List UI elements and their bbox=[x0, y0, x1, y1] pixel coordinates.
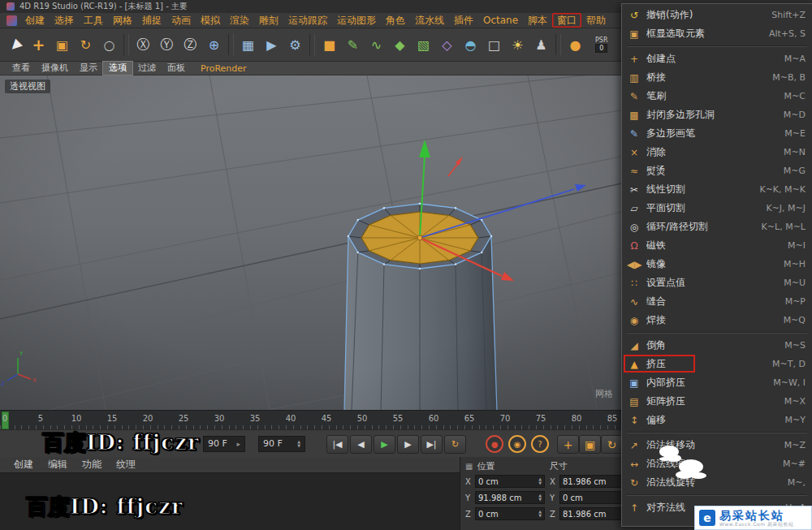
environment-objects[interactable]: ◓ bbox=[459, 32, 482, 57]
rotate-tool[interactable]: ↻ bbox=[74, 32, 97, 57]
y-axis-lock[interactable]: Ⓨ bbox=[155, 32, 179, 57]
render-active-view[interactable]: ▦ bbox=[236, 32, 260, 57]
loop-playback-button[interactable]: ↻ bbox=[444, 435, 466, 454]
context-item-polygon-pen[interactable]: ✎多边形画笔M~E bbox=[622, 124, 812, 143]
menu-item[interactable]: 创建 bbox=[20, 13, 50, 28]
autokey-button[interactable]: ◉ bbox=[508, 435, 526, 453]
modeling-objects[interactable]: ▧ bbox=[412, 32, 435, 57]
context-item-matrix-extrude[interactable]: ▤矩阵挤压M~X bbox=[622, 392, 812, 411]
context-item-normal-rotate[interactable]: ↻沿法线旋转M~, bbox=[622, 473, 812, 492]
menu-item[interactable]: 运动图形 bbox=[332, 13, 381, 28]
viewport-menu-item[interactable]: 查看 bbox=[6, 62, 36, 75]
menu-item[interactable]: 插件 bbox=[449, 13, 478, 28]
app-menu-icon[interactable] bbox=[6, 15, 17, 26]
spinner-icon[interactable]: ▲▼ bbox=[538, 477, 542, 485]
material-menu-item[interactable]: 编辑 bbox=[41, 458, 75, 472]
end-frame-field[interactable]: 90 F ▸ bbox=[203, 436, 245, 452]
context-item-stitch[interactable]: ∿缝合M~P bbox=[622, 292, 812, 311]
render-settings[interactable]: ⚙ bbox=[283, 32, 307, 57]
menu-item[interactable]: 模拟 bbox=[196, 13, 225, 28]
record-position-toggle[interactable]: + bbox=[557, 435, 579, 454]
material-ball[interactable]: ● bbox=[564, 32, 587, 57]
spinner-icon[interactable]: ▲▼ bbox=[538, 510, 542, 518]
move-tool[interactable]: + bbox=[27, 32, 50, 57]
coordinate-field[interactable]: 0 cm▲▼ bbox=[475, 475, 545, 488]
context-item-close-hole[interactable]: ▩封闭多边形孔洞M~D bbox=[622, 106, 812, 124]
menu-item[interactable]: 渲染 bbox=[225, 13, 254, 28]
material-menu-item[interactable]: 纹理 bbox=[109, 458, 143, 472]
camera-object[interactable]: □ bbox=[482, 32, 506, 57]
scale-tool[interactable]: ▣ bbox=[50, 32, 74, 57]
goto-end-button[interactable]: ▶| bbox=[421, 435, 443, 454]
material-menu-item[interactable]: 功能 bbox=[75, 458, 109, 472]
add-cube-object[interactable]: ■ bbox=[317, 32, 341, 57]
material-menu-item[interactable]: 创建 bbox=[6, 458, 41, 472]
context-item-iron[interactable]: ≈熨烫M~G bbox=[622, 162, 812, 180]
viewport-menu-item[interactable]: 显示 bbox=[74, 62, 103, 75]
menu-item[interactable]: 网格 bbox=[108, 13, 137, 28]
context-item-dissolve[interactable]: ×消除M~N bbox=[622, 143, 812, 162]
menu-item[interactable]: 流水线 bbox=[410, 13, 449, 28]
context-item-smooth-shift[interactable]: ↕偏移M~Y bbox=[622, 411, 812, 429]
coordinate-system[interactable]: ⊕ bbox=[202, 32, 226, 57]
record-keyframe-button[interactable]: ● bbox=[486, 435, 503, 453]
context-item-loop-cut[interactable]: ◎循环/路径切割K~L, M~L bbox=[622, 218, 812, 236]
context-item-undo[interactable]: ↺撤销(动作)Shift+Z bbox=[622, 6, 812, 24]
menu-item[interactable]: 捕捉 bbox=[137, 13, 166, 28]
context-item-bridge[interactable]: ▥桥接M~B, B bbox=[622, 68, 812, 87]
spinner-icon[interactable]: ▲▼ bbox=[538, 493, 542, 502]
spinner-icon[interactable]: ▲▼ bbox=[297, 440, 300, 448]
menu-item[interactable]: 角色 bbox=[381, 13, 410, 28]
viewport-menu-item[interactable]: 摄像机 bbox=[36, 62, 74, 75]
menu-item[interactable]: 雕刻 bbox=[254, 13, 283, 28]
timeline-ruler[interactable]: 0510152025303540455055606570758085 bbox=[0, 410, 621, 429]
spline-primitives[interactable]: ∿ bbox=[365, 32, 388, 57]
context-item-magnet[interactable]: Ω磁铁M~I bbox=[622, 236, 812, 255]
context-item-normal-move[interactable]: ↗沿法线移动M~Z bbox=[622, 436, 812, 455]
x-axis-lock[interactable]: Ⓧ bbox=[132, 32, 155, 57]
prorender-menu[interactable]: ProRender bbox=[201, 63, 247, 74]
keyframe-settings-button[interactable]: ? bbox=[531, 435, 549, 453]
viewport-menu-item[interactable]: 面板 bbox=[162, 62, 191, 75]
menu-item[interactable]: 动画 bbox=[166, 13, 196, 28]
psr-lock-indicator[interactable]: PSR0 bbox=[595, 37, 607, 53]
record-scale-toggle[interactable]: ▣ bbox=[579, 435, 601, 454]
pen-tool[interactable]: ✎ bbox=[341, 32, 365, 57]
menu-item[interactable]: 工具 bbox=[79, 13, 108, 28]
play-forward-button[interactable]: ▶ bbox=[374, 435, 395, 454]
end-frame-stepper[interactable]: 90 F ▲▼ bbox=[258, 436, 305, 452]
generators[interactable]: ◆ bbox=[388, 32, 412, 57]
menu-item[interactable]: 窗口 bbox=[552, 13, 581, 28]
menu-item[interactable]: 帮助 bbox=[581, 13, 611, 28]
coordinate-field[interactable]: 91.988 cm▲▼ bbox=[475, 491, 545, 504]
coordinate-field[interactable]: 81.986 cm▲▼ bbox=[559, 507, 629, 520]
context-item-set-point-value[interactable]: ∷设置点值M~U bbox=[622, 274, 812, 292]
record-rotation-toggle[interactable]: ↻ bbox=[601, 435, 623, 454]
coordinate-field[interactable]: 0 cm▲▼ bbox=[475, 507, 545, 520]
context-item-mirror[interactable]: ◀▶镜像M~H bbox=[622, 255, 812, 274]
live-selection-tool[interactable]: ◀ bbox=[3, 32, 27, 57]
last-used-tool[interactable]: ○ bbox=[97, 32, 121, 57]
menu-item[interactable]: 选择 bbox=[50, 13, 79, 28]
context-item-weld[interactable]: ◉焊接M~Q bbox=[622, 311, 812, 330]
context-item-normal-scale[interactable]: ↔沿法线缩放M~# bbox=[622, 455, 812, 473]
context-item-create-point[interactable]: +创建点M~A bbox=[622, 50, 812, 68]
context-item-plane-cut[interactable]: ▱平面切割K~J, M~J bbox=[622, 199, 812, 218]
context-item-frame-selected[interactable]: ▣框显选取元素Alt+S, S bbox=[622, 24, 812, 43]
viewport-menu-item[interactable]: 选项 bbox=[103, 62, 132, 75]
render-picture-viewer[interactable]: ▶ bbox=[260, 32, 283, 57]
previous-frame-button[interactable]: ◀ bbox=[350, 435, 372, 454]
view-label[interactable]: 透视视图 bbox=[5, 80, 50, 93]
viewport-menu-item[interactable]: 过滤 bbox=[132, 62, 162, 75]
menu-item[interactable]: 脚本 bbox=[523, 13, 552, 28]
viewport-canvas[interactable]: Y X Z 透视视图 网格 bbox=[0, 75, 621, 410]
context-item-extrude-inner[interactable]: ▣内部挤压M~W, I bbox=[622, 373, 812, 392]
figure-object[interactable]: ♟ bbox=[529, 32, 553, 57]
light-object[interactable]: ☀ bbox=[506, 32, 529, 57]
menu-item[interactable]: Octane bbox=[478, 13, 523, 28]
context-item-brush[interactable]: ✎笔刷M~C bbox=[622, 87, 812, 106]
deformers[interactable]: ◇ bbox=[435, 32, 459, 57]
next-frame-button[interactable]: ▶ bbox=[397, 435, 419, 454]
z-axis-lock[interactable]: Ⓩ bbox=[179, 32, 202, 57]
context-item-line-cut[interactable]: ✂线性切割K~K, M~K bbox=[622, 180, 812, 199]
